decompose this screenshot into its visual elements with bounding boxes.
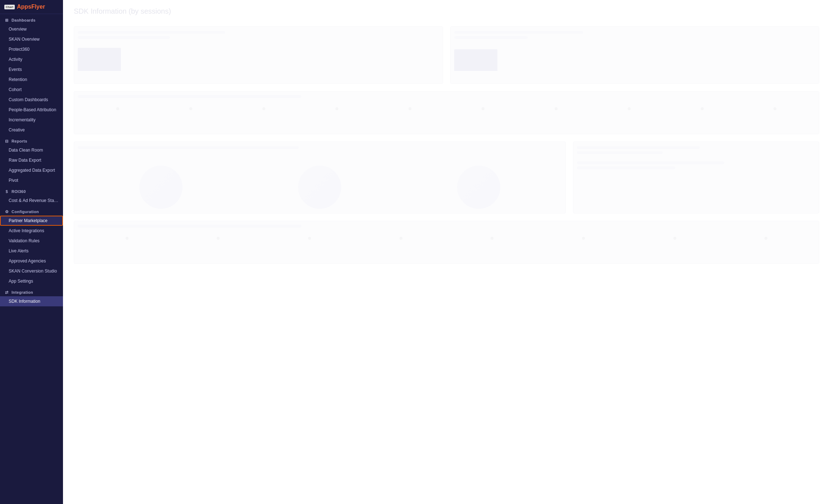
sidebar-item-pivot[interactable]: Pivot: [0, 175, 63, 185]
section-icon-reports: ⊟: [4, 139, 9, 144]
section-icon-dashboards: ⊞: [4, 18, 9, 23]
sidebar-item-aggregated-data-export[interactable]: Aggregated Data Export: [0, 165, 63, 175]
chart-placeholder-3: [74, 91, 819, 134]
section-icon-integration: ⇄: [4, 290, 9, 295]
chart-placeholder-5: [573, 141, 819, 213]
sidebar-item-sdk-information[interactable]: SDK Information: [0, 296, 63, 306]
sidebar-item-incrementality[interactable]: Incrementality: [0, 115, 63, 125]
sidebar-item-overview[interactable]: Overview: [0, 24, 63, 34]
sidebar-item-creative[interactable]: Creative: [0, 125, 63, 135]
sidebar-section-reports: ⊟Reports: [0, 135, 63, 145]
section-icon-configuration: ⚙: [4, 209, 9, 214]
sidebar-item-people-based-attribution[interactable]: People-Based Attribution: [0, 105, 63, 115]
sidebar-item-events[interactable]: Events: [0, 64, 63, 75]
chart-area: [74, 26, 819, 264]
logo-badge: Chart: [4, 5, 15, 9]
sidebar-item-protect360[interactable]: Protect360: [0, 44, 63, 54]
sidebar-section-roi360: $ROI360: [0, 185, 63, 195]
sidebar-item-cost-ad-revenue-status[interactable]: Cost & Ad Revenue Status: [0, 195, 63, 206]
chart-placeholder-1: [74, 26, 443, 84]
sidebar-item-approved-agencies[interactable]: Approved Agencies: [0, 256, 63, 266]
sidebar-section-integration: ⇄Integration: [0, 286, 63, 296]
app-logo: Chart AppsFlyer: [0, 0, 63, 14]
sidebar-item-cohort[interactable]: Cohort: [0, 85, 63, 95]
sidebar-section-dashboards: ⊞Dashboards: [0, 14, 63, 24]
section-icon-roi360: $: [4, 189, 9, 194]
sidebar-section-configuration: ⚙Configuration: [0, 206, 63, 216]
logo-text: AppsFlyer: [17, 4, 45, 10]
sidebar-item-skan-overview[interactable]: SKAN Overview: [0, 34, 63, 44]
sidebar-item-active-integrations[interactable]: Active Integrations: [0, 226, 63, 236]
sidebar-item-app-settings[interactable]: App Settings: [0, 276, 63, 286]
sidebar-item-raw-data-export[interactable]: Raw Data Export: [0, 155, 63, 165]
sidebar-item-validation-rules[interactable]: Validation Rules: [0, 236, 63, 246]
chart-placeholder-6: [74, 221, 819, 264]
sidebar-item-activity[interactable]: Activity: [0, 54, 63, 64]
sidebar: Chart AppsFlyer ⊞DashboardsOverviewSKAN …: [0, 0, 63, 504]
sidebar-item-partner-marketplace[interactable]: Partner Marketplace: [0, 216, 63, 226]
sidebar-item-retention[interactable]: Retention: [0, 75, 63, 85]
sidebar-item-data-clean-room[interactable]: Data Clean Room: [0, 145, 63, 155]
sidebar-item-custom-dashboards[interactable]: Custom Dashboards: [0, 95, 63, 105]
chart-placeholder-4: [74, 141, 566, 213]
sidebar-item-live-alerts[interactable]: Live Alerts: [0, 246, 63, 256]
sidebar-item-skan-conversion-studio[interactable]: SKAN Conversion Studio: [0, 266, 63, 276]
main-content: SDK Information (by sessions): [63, 0, 830, 504]
page-title: SDK Information (by sessions): [74, 7, 819, 15]
chart-placeholder-2: [450, 26, 820, 84]
